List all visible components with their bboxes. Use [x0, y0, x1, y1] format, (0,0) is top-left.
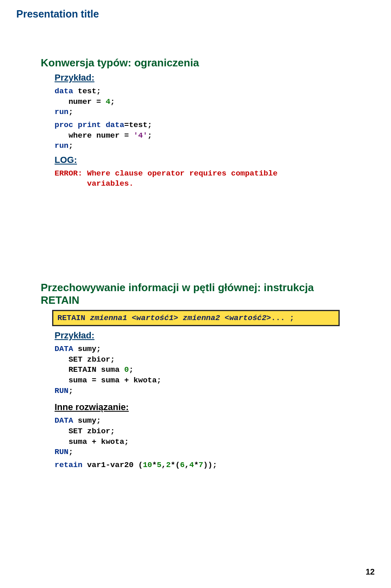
- code-text: RETAIN suma: [55, 365, 124, 374]
- page-title: Presentation title: [16, 8, 375, 20]
- code-text: where numer =: [55, 131, 134, 140]
- code-keyword: run: [55, 108, 68, 116]
- code-text: SET zbior;: [55, 355, 330, 365]
- code-text: *: [152, 461, 156, 470]
- code-text: [73, 121, 78, 129]
- code-text: sumy;: [73, 344, 101, 353]
- code-keyword: proc: [55, 121, 73, 129]
- code-text: ;: [147, 131, 152, 140]
- code-text: numer =: [55, 97, 105, 106]
- code-text: *: [194, 461, 198, 470]
- slide1-code-block-2: proc print data=test; where numer = '4';…: [55, 120, 330, 151]
- code-keyword: data: [105, 121, 124, 129]
- page-number: 12: [366, 567, 375, 577]
- slide-conversion-limits: Konwersja typów: ograniczenia Przykład: …: [16, 44, 350, 241]
- syntax-box: RETAIN zmienna1 <wartość1> zmienna2 <war…: [52, 310, 340, 326]
- code-keyword: print: [78, 121, 101, 129]
- code-keyword: DATA: [55, 416, 73, 425]
- slide2-code-block-1: DATA sumy; SET zbior; RETAIN suma 0; sum…: [55, 344, 330, 396]
- page: Presentation title Konwersja typów: ogra…: [0, 0, 391, 588]
- error-text: ERROR: Where clause operator requires co…: [55, 169, 330, 189]
- code-text: suma = suma + kwota;: [55, 375, 330, 386]
- code-keyword: run: [55, 141, 68, 150]
- code-text: ;: [68, 108, 73, 116]
- code-keyword: retain: [55, 461, 82, 470]
- code-keyword: DATA: [55, 344, 73, 353]
- code-text: var1-var20 (: [82, 461, 143, 470]
- slide2-alt-label: Inne rozwiązanie:: [55, 402, 330, 412]
- code-text: ,: [161, 461, 166, 470]
- code-text: =test;: [124, 121, 152, 129]
- code-text: ;: [68, 141, 73, 150]
- code-text: suma + kwota;: [55, 437, 330, 448]
- code-number: 2: [166, 461, 171, 470]
- code-number: 7: [199, 461, 203, 470]
- code-string: '4': [134, 131, 147, 140]
- code-text: *(: [171, 461, 180, 470]
- code-number: 4: [189, 461, 194, 470]
- slide2-retain-example: retain var1-var20 (10*5,2*(6,4*7));: [55, 460, 330, 471]
- code-keyword: data: [55, 87, 73, 96]
- syntax-text: RETAIN zmienna1 <wartość1> zmienna2 <war…: [57, 314, 294, 323]
- slide2-example-label: Przykład:: [55, 330, 330, 341]
- code-text: ));: [203, 461, 217, 470]
- slide1-title: Konwersja typów: ograniczenia: [41, 57, 330, 69]
- slide1-error-block: ERROR: Where clause operator requires co…: [55, 169, 330, 189]
- code-text: ,: [185, 461, 189, 470]
- code-text: SET zbior;: [55, 426, 330, 437]
- code-text: [101, 121, 105, 129]
- code-number: 6: [180, 461, 185, 470]
- slide-retain: Przechowywanie informacji w pętli główne…: [16, 269, 350, 485]
- code-text: ;: [68, 448, 73, 456]
- code-text: ;: [68, 386, 73, 395]
- slide1-log-label: LOG:: [55, 155, 330, 165]
- code-number: 10: [143, 461, 152, 470]
- code-keyword: RUN: [55, 386, 68, 395]
- code-keyword: RUN: [55, 448, 68, 456]
- code-text: ;: [110, 97, 115, 106]
- code-text: ;: [129, 365, 133, 374]
- slide1-code-block-1: data test; numer = 4; run;: [55, 86, 330, 118]
- slide1-example-label: Przykład:: [55, 72, 330, 83]
- code-number: 4: [105, 97, 110, 106]
- slide2-title: Przechowywanie informacji w pętli główne…: [41, 281, 330, 307]
- code-text: test;: [73, 87, 101, 96]
- code-text: sumy;: [73, 416, 101, 425]
- code-number: 5: [157, 461, 161, 470]
- slide2-code-block-2: DATA sumy; SET zbior; suma + kwota; RUN;: [55, 416, 330, 458]
- code-number: 0: [124, 365, 129, 374]
